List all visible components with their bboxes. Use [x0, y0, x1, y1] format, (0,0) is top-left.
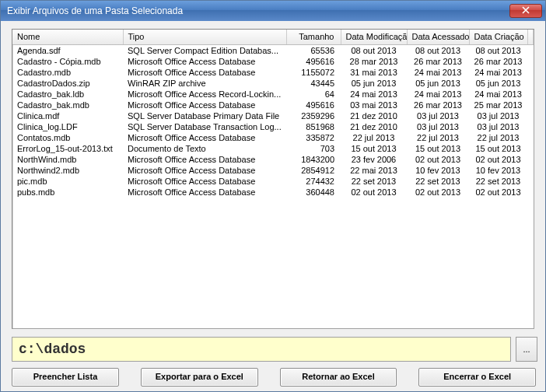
cell-cre: 02 out 2013: [469, 154, 527, 165]
cell-mod: 02 out 2013: [341, 187, 407, 198]
cell-tamanho: 360448: [286, 187, 341, 198]
return-excel-button[interactable]: Retornar ao Excel: [280, 368, 397, 387]
content-area: Nome Tipo Tamanho Data Modificação Data …: [1, 21, 545, 392]
cell-acc: 03 jul 2013: [407, 121, 469, 132]
cell-tipo: Microsoft Office Access Database: [123, 132, 286, 143]
cell-acc: 05 jun 2013: [407, 78, 469, 89]
cell-tipo: SQL Server Database Transaction Log...: [123, 121, 286, 132]
table-row[interactable]: CadastroDados.zipWinRAR ZIP archive43445…: [12, 78, 534, 89]
cell-tipo: Microsoft Office Access Database: [123, 56, 286, 67]
cell-cre: 24 mai 2013: [469, 67, 527, 78]
cell-acc: 02 out 2013: [407, 154, 469, 165]
cell-cre: 22 jul 2013: [469, 132, 527, 143]
close-icon: [522, 5, 530, 16]
cell-acc: 10 fev 2013: [407, 165, 469, 176]
cell-tamanho: 335872: [286, 132, 341, 143]
col-spare[interactable]: [527, 30, 534, 44]
cell-acc: 24 mai 2013: [407, 89, 469, 100]
file-list[interactable]: Nome Tipo Tamanho Data Modificação Data …: [12, 29, 534, 329]
col-tipo[interactable]: Tipo: [123, 30, 286, 44]
cell-nome: Cadastro_bak.ldb: [12, 89, 123, 100]
cell-acc: 26 mar 2013: [407, 100, 469, 110]
cell-nome: Northwind2.mdb: [12, 165, 123, 176]
cell-mod: 21 dez 2010: [341, 110, 407, 121]
cell-tamanho: 274432: [286, 176, 341, 187]
cell-nome: pic.mdb: [12, 176, 123, 187]
table-row[interactable]: pubs.mdbMicrosoft Office Access Database…: [12, 187, 534, 198]
cell-tipo: Microsoft Office Access Record-Lockin...: [123, 89, 286, 100]
cell-cre: 26 mar 2013: [469, 56, 527, 67]
cell-tamanho: 1843200: [286, 154, 341, 165]
cell-tipo: Documento de Texto: [123, 143, 286, 154]
col-criacao[interactable]: Data Criação: [469, 30, 527, 44]
cell-cre: 03 jul 2013: [469, 121, 527, 132]
cell-cre: 25 mar 2013: [469, 100, 527, 110]
table-row[interactable]: pic.mdbMicrosoft Office Access Database2…: [12, 176, 534, 187]
cell-tipo: Microsoft Office Access Database: [123, 67, 286, 78]
table-row[interactable]: Cadastro.mdbMicrosoft Office Access Data…: [12, 67, 534, 78]
cell-mod: 21 dez 2010: [341, 121, 407, 132]
cell-nome: pubs.mdb: [12, 187, 123, 198]
cell-acc: 24 mai 2013: [407, 67, 469, 78]
cell-nome: Cadastro - Cópia.mdb: [12, 56, 123, 67]
cell-tamanho: 64: [286, 89, 341, 100]
column-headers[interactable]: Nome Tipo Tamanho Data Modificação Data …: [12, 30, 534, 44]
cell-acc: 08 out 2013: [407, 44, 469, 56]
cell-mod: 08 out 2013: [341, 44, 407, 56]
cell-mod: 31 mai 2013: [341, 67, 407, 78]
cell-tamanho: 495616: [286, 100, 341, 110]
export-excel-button[interactable]: Exportar para o Excel: [141, 368, 258, 387]
cell-acc: 22 set 2013: [407, 176, 469, 187]
cell-mod: 03 mai 2013: [341, 100, 407, 110]
col-modificacao[interactable]: Data Modificação: [341, 30, 407, 44]
cell-acc: 15 out 2013: [407, 143, 469, 154]
table-row[interactable]: NorthWind.mdbMicrosoft Office Access Dat…: [12, 154, 534, 165]
cell-nome: ErrorLog_15-out-2013.txt: [12, 143, 123, 154]
table-row[interactable]: Clinica_log.LDFSQL Server Database Trans…: [12, 121, 534, 132]
table-row[interactable]: Cadastro - Cópia.mdbMicrosoft Office Acc…: [12, 56, 534, 67]
cell-cre: 08 out 2013: [469, 44, 527, 56]
cell-acc: 22 jul 2013: [407, 132, 469, 143]
table-row[interactable]: Cadastro_bak.mdbMicrosoft Office Access …: [12, 100, 534, 110]
path-input[interactable]: c:\dados: [12, 337, 511, 362]
cell-cre: 05 jun 2013: [469, 78, 527, 89]
cell-mod: 22 jul 2013: [341, 132, 407, 143]
cell-tipo: Microsoft Office Access Database: [123, 100, 286, 110]
cell-nome: CadastroDados.zip: [12, 78, 123, 89]
table-row[interactable]: Northwind2.mdbMicrosoft Office Access Da…: [12, 165, 534, 176]
col-acessado[interactable]: Data Acessado: [407, 30, 469, 44]
cell-mod: 22 mai 2013: [341, 165, 407, 176]
cell-tipo: SQL Server Database Primary Data File: [123, 110, 286, 121]
cell-tamanho: 1155072: [286, 67, 341, 78]
cell-tipo: WinRAR ZIP archive: [123, 78, 286, 89]
cell-acc: 03 jul 2013: [407, 110, 469, 121]
cell-mod: 24 mai 2013: [341, 89, 407, 100]
cell-cre: 03 jul 2013: [469, 110, 527, 121]
table-row[interactable]: Contatos.mdbMicrosoft Office Access Data…: [12, 132, 534, 143]
cell-tipo: SQL Server Compact Edition Databas...: [123, 44, 286, 56]
title-bar: Exibir Arquivos de uma Pasta Selecionada: [1, 1, 545, 21]
cell-mod: 05 jun 2013: [341, 78, 407, 89]
cell-mod: 28 mar 2013: [341, 56, 407, 67]
table-row[interactable]: Cadastro_bak.ldbMicrosoft Office Access …: [12, 89, 534, 100]
cell-cre: 02 out 2013: [469, 187, 527, 198]
cell-cre: 15 out 2013: [469, 143, 527, 154]
table-row[interactable]: ErrorLog_15-out-2013.txtDocumento de Tex…: [12, 143, 534, 154]
cell-mod: 22 set 2013: [341, 176, 407, 187]
cell-acc: 02 out 2013: [407, 187, 469, 198]
cell-nome: Clinica_log.LDF: [12, 121, 123, 132]
table-row[interactable]: Clinica.mdfSQL Server Database Primary D…: [12, 110, 534, 121]
cell-tamanho: 2854912: [286, 165, 341, 176]
browse-button[interactable]: ...: [516, 337, 537, 362]
table-row[interactable]: Agenda.sdfSQL Server Compact Edition Dat…: [12, 44, 534, 56]
fill-list-button[interactable]: Preencher Lista: [12, 368, 119, 387]
cell-nome: Cadastro_bak.mdb: [12, 100, 123, 110]
cell-mod: 23 fev 2006: [341, 154, 407, 165]
cell-tipo: Microsoft Office Access Database: [123, 176, 286, 187]
close-excel-button[interactable]: Encerrar o Excel: [418, 368, 536, 387]
col-nome[interactable]: Nome: [12, 30, 123, 44]
cell-tamanho: 851968: [286, 121, 341, 132]
close-button[interactable]: [509, 4, 542, 18]
col-tamanho[interactable]: Tamanho: [286, 30, 341, 44]
cell-tamanho: 495616: [286, 56, 341, 67]
